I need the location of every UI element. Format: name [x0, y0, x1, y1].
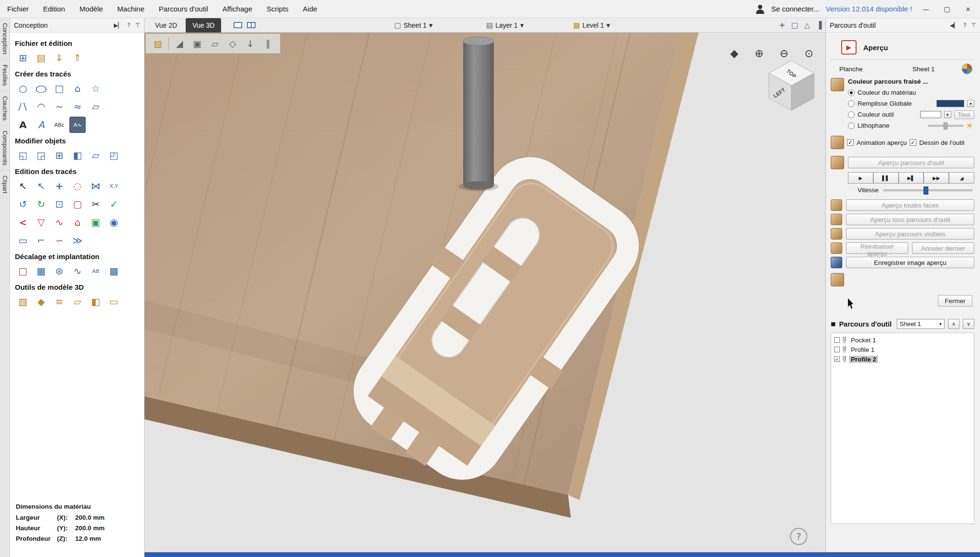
distort-objects-icon[interactable]: ▱ [88, 147, 104, 164]
scale-objects-icon[interactable]: ◲ [33, 147, 49, 164]
array-copy-icon[interactable]: ▢ [69, 196, 86, 212]
play-button[interactable]: ▶ [848, 172, 873, 184]
toolpath-lines-icon[interactable]: ∥ [261, 36, 275, 51]
copy-along-path-icon[interactable]: ∿ [69, 263, 86, 279]
preview-action-button[interactable]: Aperçu parcours visibles [846, 228, 974, 240]
draw-tool-checkbox[interactable] [910, 139, 916, 146]
model-plane-icon[interactable]: ▱ [69, 294, 86, 310]
pin-icon[interactable]: ⊤ [135, 22, 140, 29]
iso-view-icon[interactable]: ◆ [726, 45, 743, 62]
model-base-icon[interactable]: ▭ [106, 294, 122, 310]
help-icon[interactable]: ? [963, 22, 966, 29]
radio-lithophane[interactable] [848, 122, 855, 129]
array-layout-icon[interactable]: ▦ [33, 263, 49, 279]
toolpath-visibility-checkbox[interactable] [834, 337, 840, 343]
box-select-icon[interactable]: ◌ [69, 178, 86, 194]
fit-points-icon[interactable]: ▽ [33, 214, 49, 230]
vector-boundary-icon[interactable]: ▱ [88, 98, 104, 115]
lithophane-slider[interactable] [928, 125, 963, 127]
split-view-icon[interactable] [247, 22, 256, 28]
copy-vectors-icon[interactable]: ↻ [33, 196, 49, 212]
draw-rectangle-icon[interactable]: □ [51, 80, 67, 97]
undo-last-button[interactable]: Annuler dernier [912, 242, 974, 254]
trim-vectors-icon[interactable]: ✂ [88, 196, 104, 212]
select-vectors-icon[interactable]: ↖ [15, 178, 31, 194]
zoom-out-icon[interactable]: ⊖ [776, 45, 792, 62]
export-print-icon[interactable]: ⇑ [69, 50, 86, 66]
toolpath-item[interactable]: Pocket 1 [832, 335, 973, 345]
radio-tool-color[interactable] [848, 111, 855, 118]
model-dome-icon[interactable]: ◆ [33, 294, 49, 310]
solid-cube-icon[interactable]: ◇ [225, 36, 240, 51]
minimize-button[interactable]: — [919, 5, 933, 13]
draw-ellipse-icon[interactable]: ○ [29, 80, 53, 97]
open-drawing-icon[interactable]: ▤ [33, 50, 49, 66]
draw-polyline-icon[interactable]: ∕∖ [15, 98, 31, 115]
offset-vectors-icon[interactable]: ↺ [15, 196, 31, 212]
dock-panel-icon[interactable]: ◀▏ [950, 22, 958, 29]
draw-circle-icon[interactable]: ○ [15, 80, 31, 97]
close-panel-button[interactable]: Fermer [938, 295, 972, 306]
level-selector[interactable]: ▦ Level 1 ▾ [573, 18, 610, 33]
chevron-vector-icon[interactable]: ≫ [69, 232, 86, 249]
tab-vue-2d[interactable]: Vue 2D [148, 18, 184, 33]
layer-selector[interactable]: ▤ Layer 1 ▾ [486, 18, 523, 33]
move-nodes-icon[interactable]: + [51, 178, 67, 194]
move-toolpath-down-button[interactable]: ∨ [963, 319, 974, 329]
join-vectors-icon[interactable]: < [15, 214, 31, 230]
toolpath-item[interactable]: Profile 2 [832, 354, 973, 364]
preview-action-button[interactable]: Aperçu toutes faces [846, 199, 974, 211]
auto-layout-text-icon[interactable]: A [33, 117, 49, 133]
nesting-icon[interactable]: AB [88, 263, 104, 279]
rounded-rect-icon[interactable]: ▭ [15, 232, 31, 249]
menu-item[interactable]: Affichage [215, 0, 259, 18]
toolpath-sheet-dropdown[interactable]: Sheet 1 ▾ [897, 319, 945, 329]
toolpath-visibility-checkbox[interactable] [834, 347, 840, 352]
side-tab[interactable]: Conception [0, 18, 10, 60]
close-button[interactable]: × [961, 5, 975, 13]
chevron-down-icon[interactable]: ▾ [944, 111, 951, 118]
weld-vectors-icon[interactable]: ⋈ [88, 178, 104, 194]
radio-material-color[interactable] [848, 89, 855, 96]
pause-button[interactable]: ▌▌ [873, 172, 899, 184]
convert-text-icon[interactable]: ABc [51, 117, 67, 133]
maximize-button[interactable]: ▢ [940, 5, 954, 13]
side-tab[interactable]: Feuilles [0, 60, 10, 91]
new-drawing-icon[interactable]: ⊞ [15, 50, 31, 66]
align-objects-icon[interactable]: ⊞ [51, 147, 67, 164]
model-box-icon[interactable]: ◧ [88, 294, 104, 310]
move-copy-icon[interactable]: ⊡ [51, 196, 67, 212]
material-setup-icon[interactable]: ▧ [151, 36, 165, 51]
transform-objects-icon[interactable]: ◱ [15, 147, 31, 164]
draw-arc-icon[interactable]: ◠ [33, 98, 49, 115]
menu-item[interactable]: Parcours d'outil [152, 0, 215, 18]
side-tab[interactable]: Clipart [0, 171, 10, 199]
preview-action-button[interactable]: Aperçu tous parcours d'outil [846, 214, 974, 225]
draw-freehand-icon[interactable]: ≈ [69, 98, 86, 115]
validate-vectors-icon[interactable]: ✓ [106, 196, 122, 212]
side-tab[interactable]: Couches [0, 91, 10, 126]
drape-plane-icon[interactable]: ▱ [208, 36, 222, 51]
toolpath-visibility-checkbox[interactable] [834, 356, 840, 362]
menu-item[interactable]: Modèle [72, 0, 110, 18]
edit-nodes-icon[interactable]: ↖ [33, 178, 49, 194]
draw-text-icon[interactable]: A [15, 117, 31, 133]
zoom-extents-icon[interactable]: ⊙ [801, 45, 817, 62]
smart-snap-icon[interactable]: △ [804, 21, 810, 30]
zoom-in-icon[interactable]: ⊕ [751, 45, 768, 62]
model-slab-icon[interactable]: ▧ [15, 294, 31, 310]
offset-selection-icon[interactable]: □ [15, 263, 31, 279]
edit-polyline-icon[interactable]: ⌂ [69, 214, 86, 230]
measure-xy-icon[interactable]: X,Y [106, 178, 122, 194]
pin-icon[interactable]: ⊤ [971, 22, 976, 29]
measure-tool-icon[interactable]: ◢ [172, 36, 187, 51]
tous-button[interactable]: Tous [954, 110, 974, 119]
draw-star-icon[interactable]: ☆ [88, 80, 104, 97]
single-view-icon[interactable] [234, 22, 242, 28]
save-preview-image-button[interactable]: Enregistrer image aperçu [846, 257, 974, 268]
version-link[interactable]: Version 12.014 disponible ! [826, 5, 912, 13]
speed-slider[interactable] [883, 189, 972, 191]
menu-item[interactable]: Machine [110, 0, 152, 18]
sign-in-link[interactable]: Se connecter... [771, 5, 819, 13]
user-account-icon[interactable] [755, 4, 765, 14]
